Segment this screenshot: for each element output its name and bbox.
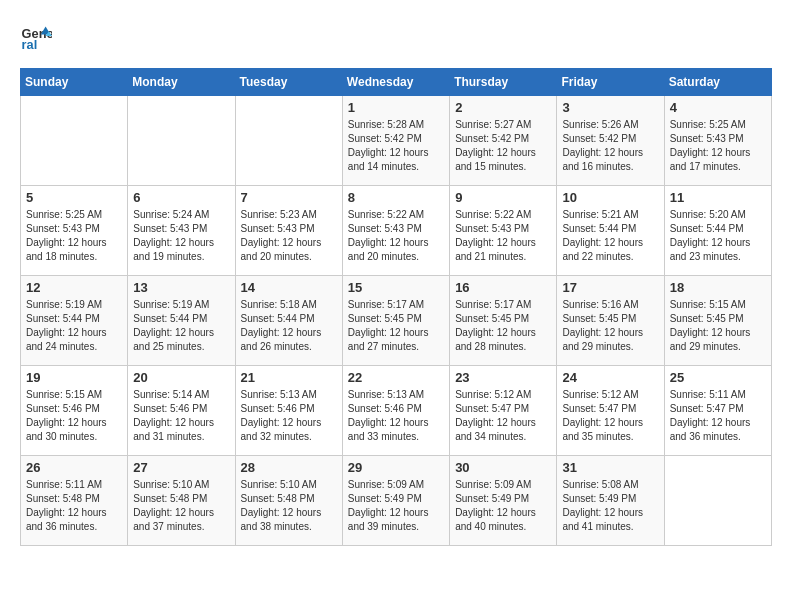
- day-number: 27: [133, 460, 229, 475]
- day-info: Sunrise: 5:10 AM Sunset: 5:48 PM Dayligh…: [241, 478, 337, 534]
- calendar-cell: 29Sunrise: 5:09 AM Sunset: 5:49 PM Dayli…: [342, 456, 449, 546]
- day-number: 31: [562, 460, 658, 475]
- weekday-header: Sunday: [21, 69, 128, 96]
- day-number: 13: [133, 280, 229, 295]
- day-number: 29: [348, 460, 444, 475]
- calendar-cell: 8Sunrise: 5:22 AM Sunset: 5:43 PM Daylig…: [342, 186, 449, 276]
- day-info: Sunrise: 5:11 AM Sunset: 5:48 PM Dayligh…: [26, 478, 122, 534]
- day-number: 5: [26, 190, 122, 205]
- calendar-cell: 23Sunrise: 5:12 AM Sunset: 5:47 PM Dayli…: [450, 366, 557, 456]
- day-number: 4: [670, 100, 766, 115]
- day-number: 7: [241, 190, 337, 205]
- weekday-header: Friday: [557, 69, 664, 96]
- day-number: 21: [241, 370, 337, 385]
- day-number: 10: [562, 190, 658, 205]
- day-number: 18: [670, 280, 766, 295]
- day-info: Sunrise: 5:09 AM Sunset: 5:49 PM Dayligh…: [348, 478, 444, 534]
- day-number: 25: [670, 370, 766, 385]
- day-info: Sunrise: 5:17 AM Sunset: 5:45 PM Dayligh…: [455, 298, 551, 354]
- day-info: Sunrise: 5:23 AM Sunset: 5:43 PM Dayligh…: [241, 208, 337, 264]
- day-info: Sunrise: 5:12 AM Sunset: 5:47 PM Dayligh…: [562, 388, 658, 444]
- day-number: 9: [455, 190, 551, 205]
- calendar-cell: 13Sunrise: 5:19 AM Sunset: 5:44 PM Dayli…: [128, 276, 235, 366]
- day-info: Sunrise: 5:17 AM Sunset: 5:45 PM Dayligh…: [348, 298, 444, 354]
- day-info: Sunrise: 5:13 AM Sunset: 5:46 PM Dayligh…: [241, 388, 337, 444]
- calendar-week-row: 19Sunrise: 5:15 AM Sunset: 5:46 PM Dayli…: [21, 366, 772, 456]
- day-info: Sunrise: 5:27 AM Sunset: 5:42 PM Dayligh…: [455, 118, 551, 174]
- day-number: 14: [241, 280, 337, 295]
- calendar-week-row: 1Sunrise: 5:28 AM Sunset: 5:42 PM Daylig…: [21, 96, 772, 186]
- calendar-cell: 25Sunrise: 5:11 AM Sunset: 5:47 PM Dayli…: [664, 366, 771, 456]
- page-header: Gene ral: [20, 20, 772, 52]
- day-info: Sunrise: 5:10 AM Sunset: 5:48 PM Dayligh…: [133, 478, 229, 534]
- calendar-cell: 2Sunrise: 5:27 AM Sunset: 5:42 PM Daylig…: [450, 96, 557, 186]
- day-number: 28: [241, 460, 337, 475]
- weekday-header: Monday: [128, 69, 235, 96]
- logo: Gene ral: [20, 20, 56, 52]
- day-info: Sunrise: 5:16 AM Sunset: 5:45 PM Dayligh…: [562, 298, 658, 354]
- day-number: 24: [562, 370, 658, 385]
- weekday-header-row: SundayMondayTuesdayWednesdayThursdayFrid…: [21, 69, 772, 96]
- svg-text:ral: ral: [22, 37, 38, 52]
- calendar-cell: 30Sunrise: 5:09 AM Sunset: 5:49 PM Dayli…: [450, 456, 557, 546]
- day-info: Sunrise: 5:21 AM Sunset: 5:44 PM Dayligh…: [562, 208, 658, 264]
- day-number: 6: [133, 190, 229, 205]
- calendar-cell: 18Sunrise: 5:15 AM Sunset: 5:45 PM Dayli…: [664, 276, 771, 366]
- day-info: Sunrise: 5:12 AM Sunset: 5:47 PM Dayligh…: [455, 388, 551, 444]
- calendar-week-row: 5Sunrise: 5:25 AM Sunset: 5:43 PM Daylig…: [21, 186, 772, 276]
- calendar-cell: 11Sunrise: 5:20 AM Sunset: 5:44 PM Dayli…: [664, 186, 771, 276]
- day-number: 2: [455, 100, 551, 115]
- calendar-table: SundayMondayTuesdayWednesdayThursdayFrid…: [20, 68, 772, 546]
- day-number: 16: [455, 280, 551, 295]
- calendar-cell: 21Sunrise: 5:13 AM Sunset: 5:46 PM Dayli…: [235, 366, 342, 456]
- calendar-cell: 27Sunrise: 5:10 AM Sunset: 5:48 PM Dayli…: [128, 456, 235, 546]
- calendar-cell: 14Sunrise: 5:18 AM Sunset: 5:44 PM Dayli…: [235, 276, 342, 366]
- day-number: 22: [348, 370, 444, 385]
- day-info: Sunrise: 5:19 AM Sunset: 5:44 PM Dayligh…: [26, 298, 122, 354]
- day-info: Sunrise: 5:28 AM Sunset: 5:42 PM Dayligh…: [348, 118, 444, 174]
- day-number: 15: [348, 280, 444, 295]
- calendar-cell: 28Sunrise: 5:10 AM Sunset: 5:48 PM Dayli…: [235, 456, 342, 546]
- day-number: 3: [562, 100, 658, 115]
- calendar-cell: 17Sunrise: 5:16 AM Sunset: 5:45 PM Dayli…: [557, 276, 664, 366]
- day-info: Sunrise: 5:20 AM Sunset: 5:44 PM Dayligh…: [670, 208, 766, 264]
- day-info: Sunrise: 5:24 AM Sunset: 5:43 PM Dayligh…: [133, 208, 229, 264]
- calendar-cell: 5Sunrise: 5:25 AM Sunset: 5:43 PM Daylig…: [21, 186, 128, 276]
- day-number: 8: [348, 190, 444, 205]
- calendar-cell: 6Sunrise: 5:24 AM Sunset: 5:43 PM Daylig…: [128, 186, 235, 276]
- day-number: 11: [670, 190, 766, 205]
- calendar-cell: 26Sunrise: 5:11 AM Sunset: 5:48 PM Dayli…: [21, 456, 128, 546]
- day-number: 19: [26, 370, 122, 385]
- day-info: Sunrise: 5:18 AM Sunset: 5:44 PM Dayligh…: [241, 298, 337, 354]
- calendar-cell: [235, 96, 342, 186]
- calendar-cell: 22Sunrise: 5:13 AM Sunset: 5:46 PM Dayli…: [342, 366, 449, 456]
- day-info: Sunrise: 5:26 AM Sunset: 5:42 PM Dayligh…: [562, 118, 658, 174]
- day-info: Sunrise: 5:22 AM Sunset: 5:43 PM Dayligh…: [455, 208, 551, 264]
- calendar-cell: 7Sunrise: 5:23 AM Sunset: 5:43 PM Daylig…: [235, 186, 342, 276]
- calendar-cell: 15Sunrise: 5:17 AM Sunset: 5:45 PM Dayli…: [342, 276, 449, 366]
- day-number: 17: [562, 280, 658, 295]
- day-number: 12: [26, 280, 122, 295]
- calendar-cell: 19Sunrise: 5:15 AM Sunset: 5:46 PM Dayli…: [21, 366, 128, 456]
- day-info: Sunrise: 5:25 AM Sunset: 5:43 PM Dayligh…: [26, 208, 122, 264]
- day-info: Sunrise: 5:14 AM Sunset: 5:46 PM Dayligh…: [133, 388, 229, 444]
- calendar-cell: 31Sunrise: 5:08 AM Sunset: 5:49 PM Dayli…: [557, 456, 664, 546]
- day-info: Sunrise: 5:15 AM Sunset: 5:45 PM Dayligh…: [670, 298, 766, 354]
- calendar-cell: 9Sunrise: 5:22 AM Sunset: 5:43 PM Daylig…: [450, 186, 557, 276]
- day-info: Sunrise: 5:11 AM Sunset: 5:47 PM Dayligh…: [670, 388, 766, 444]
- day-number: 1: [348, 100, 444, 115]
- day-info: Sunrise: 5:08 AM Sunset: 5:49 PM Dayligh…: [562, 478, 658, 534]
- day-number: 26: [26, 460, 122, 475]
- day-info: Sunrise: 5:19 AM Sunset: 5:44 PM Dayligh…: [133, 298, 229, 354]
- calendar-cell: [21, 96, 128, 186]
- day-info: Sunrise: 5:25 AM Sunset: 5:43 PM Dayligh…: [670, 118, 766, 174]
- day-info: Sunrise: 5:09 AM Sunset: 5:49 PM Dayligh…: [455, 478, 551, 534]
- weekday-header: Saturday: [664, 69, 771, 96]
- day-info: Sunrise: 5:13 AM Sunset: 5:46 PM Dayligh…: [348, 388, 444, 444]
- calendar-week-row: 26Sunrise: 5:11 AM Sunset: 5:48 PM Dayli…: [21, 456, 772, 546]
- weekday-header: Thursday: [450, 69, 557, 96]
- weekday-header: Tuesday: [235, 69, 342, 96]
- calendar-cell: 3Sunrise: 5:26 AM Sunset: 5:42 PM Daylig…: [557, 96, 664, 186]
- calendar-cell: 24Sunrise: 5:12 AM Sunset: 5:47 PM Dayli…: [557, 366, 664, 456]
- calendar-cell: [664, 456, 771, 546]
